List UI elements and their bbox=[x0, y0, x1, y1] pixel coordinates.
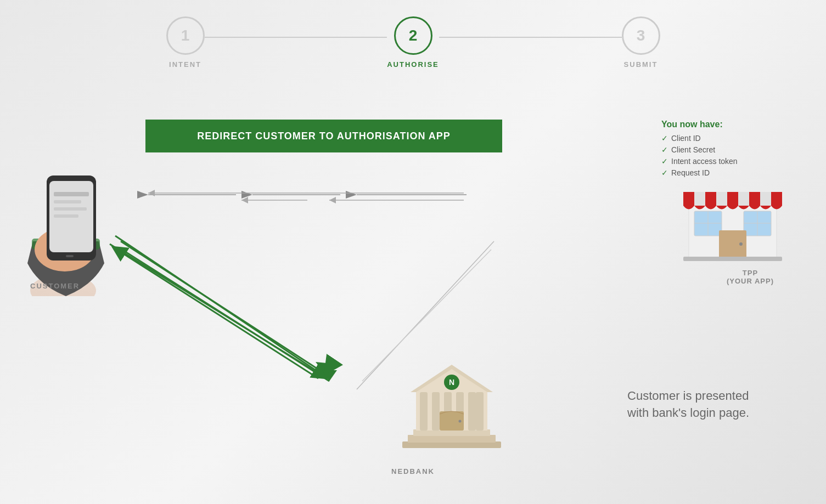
svg-rect-39 bbox=[727, 192, 738, 206]
svg-marker-20 bbox=[241, 197, 248, 203]
svg-rect-41 bbox=[771, 192, 782, 206]
svg-line-21 bbox=[110, 244, 327, 378]
step-1: 1 INTENT bbox=[166, 16, 205, 69]
svg-rect-60 bbox=[476, 392, 484, 431]
store-illustration bbox=[678, 154, 788, 265]
svg-line-7 bbox=[121, 241, 324, 373]
svg-rect-56 bbox=[432, 392, 440, 431]
svg-line-11 bbox=[115, 236, 324, 376]
customer-label: CUSTOMER bbox=[30, 282, 80, 290]
svg-rect-37 bbox=[683, 192, 694, 206]
step-2: 2 AUTHORISE bbox=[387, 16, 439, 69]
nedbank-label: NEDBANK bbox=[391, 467, 435, 475]
svg-rect-32 bbox=[54, 214, 78, 218]
step-3-label: SUBMIT bbox=[624, 60, 658, 69]
svg-rect-31 bbox=[54, 207, 87, 211]
svg-rect-33 bbox=[66, 255, 74, 257]
check-icon-3: ✓ bbox=[661, 157, 668, 166]
bank-illustration: N bbox=[397, 343, 507, 455]
step-1-label: INTENT bbox=[169, 60, 201, 69]
svg-marker-8 bbox=[316, 362, 332, 373]
svg-line-23 bbox=[113, 247, 318, 378]
check-icon-1: ✓ bbox=[661, 134, 668, 143]
steps-container: 1 INTENT 2 AUTHORISE 3 SUBMIT bbox=[166, 16, 660, 69]
check-icon-4: ✓ bbox=[661, 168, 668, 177]
svg-marker-18 bbox=[329, 197, 336, 203]
svg-rect-40 bbox=[749, 192, 760, 206]
step-2-circle: 2 bbox=[394, 16, 432, 55]
check-item-1: ✓ Client ID bbox=[661, 134, 815, 143]
svg-point-62 bbox=[458, 420, 461, 423]
svg-point-49 bbox=[739, 242, 743, 246]
svg-rect-59 bbox=[468, 392, 476, 431]
step-line-1-2 bbox=[205, 37, 387, 38]
step-line-2-3 bbox=[439, 37, 622, 38]
step-2-label: AUTHORISE bbox=[387, 60, 439, 69]
svg-line-9 bbox=[126, 252, 329, 381]
svg-marker-10 bbox=[321, 370, 337, 381]
check-item-2: ✓ Client Secret bbox=[661, 145, 815, 154]
svg-rect-38 bbox=[705, 192, 716, 206]
svg-rect-55 bbox=[420, 392, 428, 431]
step-1-circle: 1 bbox=[166, 16, 205, 55]
step-3: 3 SUBMIT bbox=[622, 16, 660, 69]
phone-illustration bbox=[16, 165, 115, 298]
check-icon-2: ✓ bbox=[661, 145, 668, 154]
redirect-banner-text: REDIRECT CUSTOMER TO AUTHORISATION APP bbox=[197, 131, 451, 142]
svg-rect-52 bbox=[408, 435, 496, 443]
tpp-label: TPP (YOUR APP) bbox=[727, 269, 774, 285]
svg-rect-30 bbox=[54, 200, 81, 203]
redirect-banner: REDIRECT CUSTOMER TO AUTHORISATION APP bbox=[145, 120, 502, 152]
bank-login-text: Customer is presented with bank's login … bbox=[627, 388, 749, 422]
svg-rect-29 bbox=[54, 192, 89, 196]
step-3-circle: 3 bbox=[622, 16, 660, 55]
you-now-have-title: You now have: bbox=[661, 120, 815, 129]
svg-marker-16 bbox=[148, 190, 155, 196]
svg-rect-50 bbox=[683, 257, 782, 261]
svg-text:N: N bbox=[448, 378, 454, 387]
